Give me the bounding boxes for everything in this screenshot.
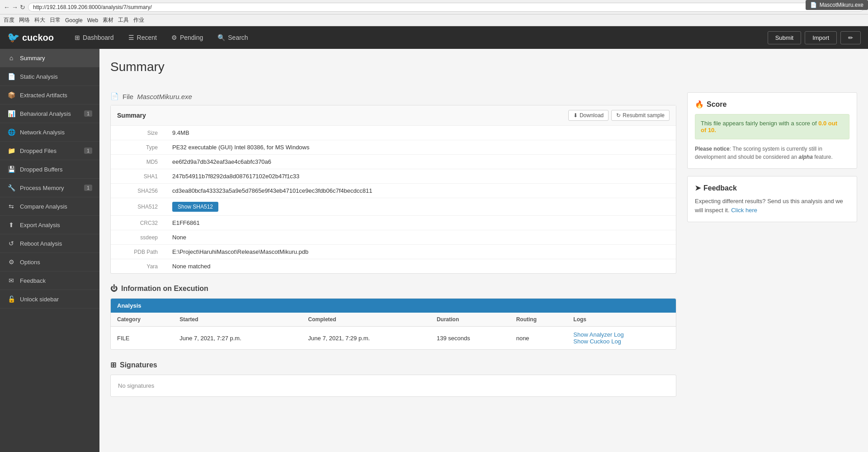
row-value[interactable]: Show SHA512 — [165, 198, 676, 216]
sidebar-item-summary[interactable]: ⌂ Summary — [0, 49, 99, 67]
file-doc-icon: 📄 — [110, 92, 119, 100]
feedback-section: ➤ Feedback Expecting different results? … — [687, 176, 857, 222]
cell-completed: June 7, 2021, 7:29 p.m. — [302, 327, 430, 350]
forward-button[interactable]: → — [12, 4, 18, 11]
sidebar-item-static-analysis[interactable]: 📄 Static Analysis — [0, 67, 99, 86]
sidebar-item-process-memory[interactable]: 🔧 Process Memory 1 — [0, 179, 99, 197]
bookmark-wangluo[interactable]: 网络 — [19, 16, 30, 24]
dashboard-icon: ⊞ — [75, 34, 80, 41]
exec-table-header-row: Category Started Completed Duration Rout… — [111, 313, 676, 327]
submit-button[interactable]: Submit — [768, 31, 801, 44]
bookmark-keda[interactable]: 科大 — [34, 16, 45, 24]
app: 🐦 cuckoo ⊞ Dashboard ☰ Recent ⚙ Pending … — [0, 26, 868, 452]
sidebar-item-label: Dropped Files — [20, 147, 57, 154]
nav-recent[interactable]: ☰ Recent — [121, 26, 164, 49]
show-cuckoo-log-link[interactable]: Show Cuckoo Log — [573, 338, 670, 345]
nav-search[interactable]: 🔍 Search — [210, 26, 255, 49]
score-notice-label: Please notice — [695, 146, 730, 152]
cell-logs: Show Analyzer Log Show Cuckoo Log — [567, 327, 676, 350]
download-label: Download — [580, 112, 604, 119]
sidebar-item-behavioral-analysis[interactable]: 📊 Behavioral Analysis 1 — [0, 105, 99, 123]
resubmit-icon: ↻ — [616, 112, 621, 119]
table-row: YaraNone matched — [111, 259, 676, 274]
summary-table: Summary ⬇ Download ↻ Resubmit sample — [110, 105, 676, 274]
nav-dashboard[interactable]: ⊞ Dashboard — [67, 26, 121, 49]
bookmark-google[interactable]: Google — [65, 17, 83, 24]
bookmark-baidu[interactable]: 百度 — [4, 16, 14, 24]
sidebar-item-feedback[interactable]: ✉ Feedback — [0, 271, 99, 290]
sidebar-item-unlock-sidebar[interactable]: 🔓 Unlock sidebar — [0, 290, 99, 309]
pen-button[interactable]: ✏ — [840, 31, 861, 44]
row-key: SHA256 — [111, 184, 165, 198]
col-category: Category — [111, 313, 173, 327]
reload-button[interactable]: ↻ — [20, 4, 25, 11]
sidebar-item-export-analysis[interactable]: ⬆ Export Analysis — [0, 216, 99, 234]
logo-text: cuckoo — [22, 33, 54, 43]
score-box-pre: This file appears fairly benign with a s… — [701, 120, 818, 127]
bookmark-gongju[interactable]: 工具 — [118, 16, 129, 24]
network-icon: 🌐 — [7, 128, 15, 136]
import-button[interactable]: Import — [805, 31, 837, 44]
url-bar[interactable]: http://192.168.109.206:8000/analysis/7/s… — [28, 3, 864, 12]
pending-icon: ⚙ — [171, 34, 177, 41]
browser-nav-buttons[interactable]: ← → ↻ — [4, 4, 25, 11]
bookmarks-bar: 百度 网络 科大 日常 Google Web 素材 工具 作业 — [0, 14, 868, 26]
row-value: None matched — [165, 259, 676, 274]
no-signatures-text: No signatures — [118, 382, 669, 389]
feedback-body: Expecting different results? Send us thi… — [695, 198, 843, 214]
score-section: 🔥 Score This file appears fairly benign … — [687, 92, 857, 169]
package-icon: 📦 — [7, 91, 15, 99]
sidebar-item-label: Static Analysis — [20, 73, 58, 80]
bookmark-richang[interactable]: 日常 — [50, 16, 61, 24]
feedback-arrow-icon: ➤ — [695, 184, 701, 192]
signatures-section: No signatures — [110, 375, 676, 397]
wrench-icon: 🔧 — [7, 184, 15, 191]
feedback-click-here-link[interactable]: Click here — [731, 207, 757, 214]
sha512-button[interactable]: Show SHA512 — [172, 202, 218, 212]
table-row: ssdeepNone — [111, 230, 676, 245]
compare-icon: ⇆ — [7, 203, 15, 210]
back-button[interactable]: ← — [4, 4, 10, 11]
bookmark-zuoye[interactable]: 作业 — [133, 16, 144, 24]
table-row: SHA1247b54911b7f8292da8d087617102e02b47f… — [111, 169, 676, 184]
file-name: MascotMikuru.exe — [137, 93, 192, 100]
sidebar-item-dropped-files[interactable]: 📁 Dropped Files 1 — [0, 142, 99, 160]
power-icon: ⏻ — [110, 285, 118, 293]
sidebar-item-extracted-artifacts[interactable]: 📦 Extracted Artifacts — [0, 86, 99, 105]
summary-table-header: Summary ⬇ Download ↻ Resubmit sample — [111, 105, 676, 126]
sidebar-item-network-analysis[interactable]: 🌐 Network Analysis — [0, 123, 99, 142]
sidebar-item-label: Unlock sidebar — [20, 296, 59, 303]
bookmark-sucai[interactable]: 素材 — [103, 16, 113, 24]
row-key: MD5 — [111, 155, 165, 169]
recent-icon: ☰ — [128, 34, 134, 41]
row-key: Size — [111, 126, 165, 140]
resubmit-button[interactable]: ↻ Resubmit sample — [611, 110, 670, 121]
show-analyzer-log-link[interactable]: Show Analyzer Log — [573, 331, 670, 338]
sidebar-item-label: Summary — [20, 55, 45, 62]
nav-search-label: Search — [228, 34, 248, 41]
table-row: Size9.4MB — [111, 126, 676, 140]
sidebar-item-reboot-analysis[interactable]: ↺ Reboot Analysis — [0, 234, 99, 253]
sidebar-item-compare-analysis[interactable]: ⇆ Compare Analysis — [0, 197, 99, 216]
row-key: Yara — [111, 259, 165, 274]
bookmark-web[interactable]: Web — [87, 17, 98, 24]
table-row: CRC32E1FF6861 — [111, 216, 676, 230]
download-button[interactable]: ⬇ Download — [568, 110, 609, 121]
grid-icon: ⊞ — [110, 361, 116, 369]
row-key: PDB Path — [111, 245, 165, 259]
main-area: ⌂ Summary 📄 Static Analysis 📦 Extracted … — [0, 49, 868, 452]
execution-table-wrap: Analysis Category Started Completed Dura… — [110, 298, 676, 350]
signatures-title-text: Signatures — [120, 361, 157, 369]
browser-bar: ← → ↻ http://192.168.109.206:8000/analys… — [0, 0, 868, 14]
folder-icon: 📁 — [7, 147, 15, 154]
cell-routing: none — [510, 327, 567, 350]
feedback-title-text: Feedback — [703, 184, 737, 192]
nav-pending[interactable]: ⚙ Pending — [164, 26, 210, 49]
sidebar-item-label: Options — [20, 259, 40, 266]
sidebar-item-label: Feedback — [20, 277, 46, 284]
cell-started: June 7, 2021, 7:27 p.m. — [173, 327, 302, 350]
resubmit-label: Resubmit sample — [623, 112, 665, 119]
sidebar-item-options[interactable]: ⚙ Options — [0, 253, 99, 271]
signatures-section-title: ⊞ Signatures — [110, 361, 676, 369]
sidebar-item-dropped-buffers[interactable]: 💾 Dropped Buffers — [0, 160, 99, 179]
